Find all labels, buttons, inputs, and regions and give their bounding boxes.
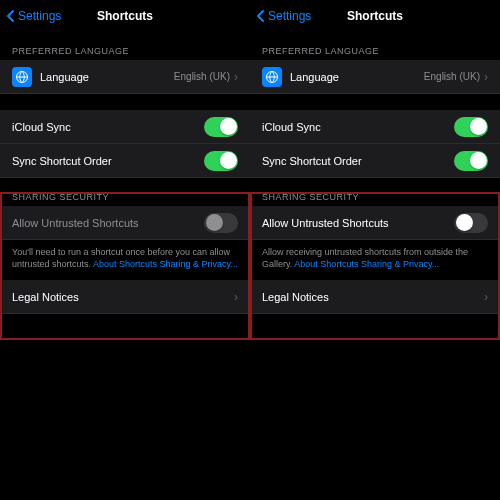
chevron-left-icon [6, 9, 16, 23]
security-footer: You'll need to run a shortcut once befor… [0, 240, 250, 280]
section-header-security: SHARING SECURITY [0, 178, 250, 206]
icloud-sync-label: iCloud Sync [12, 121, 71, 133]
row-language[interactable]: Language English (UK) › [0, 60, 250, 94]
sync-order-label: Sync Shortcut Order [12, 155, 112, 167]
navbar: Settings Shortcuts [0, 0, 250, 32]
back-button[interactable]: Settings [6, 9, 61, 23]
section-header-language: PREFERRED LANGUAGE [0, 32, 250, 60]
chevron-right-icon: › [484, 290, 488, 304]
allow-untrusted-toggle [204, 213, 238, 233]
allow-untrusted-toggle[interactable] [454, 213, 488, 233]
row-allow-untrusted: Allow Untrusted Shortcuts [0, 206, 250, 240]
language-label: Language [40, 71, 89, 83]
language-label: Language [290, 71, 339, 83]
icloud-sync-label: iCloud Sync [262, 121, 321, 133]
row-allow-untrusted[interactable]: Allow Untrusted Shortcuts [250, 206, 500, 240]
chevron-right-icon: › [484, 70, 488, 84]
right-screenshot: Settings Shortcuts PREFERRED LANGUAGE La… [250, 0, 500, 500]
privacy-link[interactable]: About Shortcuts Sharing & Privacy... [294, 259, 439, 269]
chevron-right-icon: › [234, 70, 238, 84]
globe-icon [12, 67, 32, 87]
allow-untrusted-label: Allow Untrusted Shortcuts [12, 217, 139, 229]
chevron-left-icon [256, 9, 266, 23]
icloud-sync-toggle[interactable] [204, 117, 238, 137]
row-sync-order[interactable]: Sync Shortcut Order [250, 144, 500, 178]
row-legal-notices[interactable]: Legal Notices › [0, 280, 250, 314]
back-label: Settings [268, 9, 311, 23]
row-legal-notices[interactable]: Legal Notices › [250, 280, 500, 314]
section-header-security: SHARING SECURITY [250, 178, 500, 206]
privacy-link[interactable]: About Shortcuts Sharing & Privacy... [93, 259, 238, 269]
sync-order-toggle[interactable] [454, 151, 488, 171]
back-label: Settings [18, 9, 61, 23]
navbar: Settings Shortcuts [250, 0, 500, 32]
row-language[interactable]: Language English (UK) › [250, 60, 500, 94]
legal-notices-label: Legal Notices [262, 291, 329, 303]
allow-untrusted-label: Allow Untrusted Shortcuts [262, 217, 389, 229]
language-value: English (UK) [424, 71, 480, 82]
icloud-sync-toggle[interactable] [454, 117, 488, 137]
chevron-right-icon: › [234, 290, 238, 304]
back-button[interactable]: Settings [256, 9, 311, 23]
language-value: English (UK) [174, 71, 230, 82]
sync-order-label: Sync Shortcut Order [262, 155, 362, 167]
row-icloud-sync[interactable]: iCloud Sync [0, 110, 250, 144]
section-header-language: PREFERRED LANGUAGE [250, 32, 500, 60]
sync-order-toggle[interactable] [204, 151, 238, 171]
globe-icon [262, 67, 282, 87]
row-sync-order[interactable]: Sync Shortcut Order [0, 144, 250, 178]
legal-notices-label: Legal Notices [12, 291, 79, 303]
row-icloud-sync[interactable]: iCloud Sync [250, 110, 500, 144]
left-screenshot: Settings Shortcuts PREFERRED LANGUAGE La… [0, 0, 250, 500]
security-footer: Allow receiving untrusted shortcuts from… [250, 240, 500, 280]
